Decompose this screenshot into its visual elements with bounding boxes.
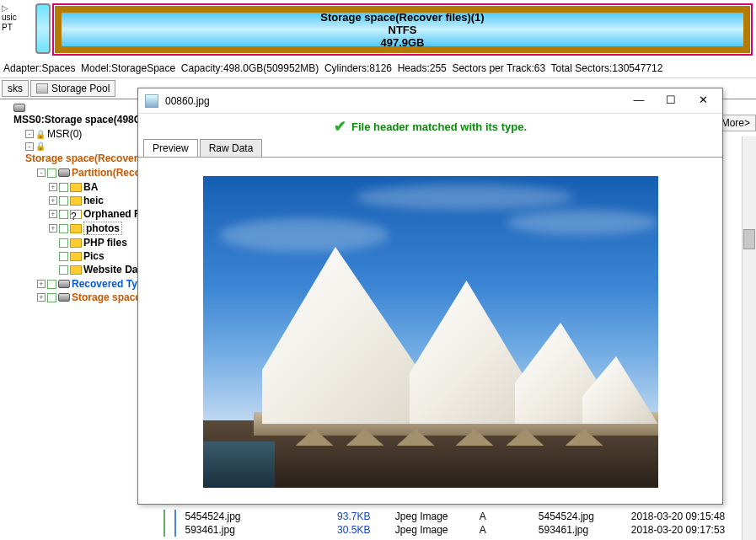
tree-storage-re[interactable]: +Storage space(Re bbox=[37, 291, 139, 304]
tree-root-label: MSS0:Storage space(498G bbox=[13, 114, 139, 126]
disk-fs: NTFS bbox=[389, 24, 417, 36]
image-file-icon bbox=[174, 510, 176, 523]
tab-storage-pool[interactable]: Storage Pool bbox=[30, 80, 115, 97]
partition-icon bbox=[58, 168, 70, 177]
image-file-icon bbox=[174, 523, 176, 537]
lock-icon: 🔒 bbox=[35, 142, 46, 151]
checkbox[interactable] bbox=[164, 523, 165, 537]
chevron-right-icon: ▷ bbox=[2, 3, 32, 13]
preview-tabs: Preview Raw Data bbox=[138, 139, 722, 158]
tree-website[interactable]: Website Data bbox=[49, 263, 139, 276]
expand-icon[interactable]: - bbox=[37, 168, 46, 177]
close-button[interactable]: ✕ bbox=[690, 92, 716, 110]
directory-tree[interactable]: MSS0:Storage space(498G -🔒MSR(0) -🔒Stora… bbox=[0, 99, 139, 540]
storage-pool-icon bbox=[36, 83, 48, 94]
preview-window: 00860.jpg — ☐ ✕ ✔ File header matched wi… bbox=[137, 88, 723, 505]
tree-partition[interactable]: -Partition(Recogn +BA +heic +?Orphaned F… bbox=[37, 166, 139, 277]
partition-icon bbox=[58, 293, 70, 302]
left-info-strip: ▷ usic PT bbox=[0, 0, 34, 59]
leftover-text-1: usic bbox=[2, 13, 32, 23]
vertical-scrollbar[interactable] bbox=[742, 136, 756, 540]
file-row[interactable]: 5454524.jpg 93.7KB Jpeg Image A 5454524.… bbox=[160, 510, 756, 523]
checkmark-icon: ✔ bbox=[334, 117, 346, 136]
tree-recovered-types[interactable]: +Recovered Types bbox=[37, 277, 139, 291]
tree-photos-label: photos bbox=[83, 222, 122, 235]
disk-size: 497.9GB bbox=[380, 36, 424, 49]
tree-msr[interactable]: -🔒MSR(0) bbox=[25, 127, 139, 141]
checkbox[interactable] bbox=[164, 510, 165, 523]
checkbox[interactable] bbox=[47, 168, 56, 178]
preview-image bbox=[203, 176, 658, 488]
image-preview-area bbox=[138, 158, 722, 504]
file-icon bbox=[145, 94, 158, 108]
tree-ba[interactable]: +BA bbox=[49, 180, 139, 194]
status-message: File header matched with its type. bbox=[351, 120, 527, 133]
file-list[interactable]: 5454524.jpg 93.7KB Jpeg Image A 5454524.… bbox=[160, 510, 756, 540]
file-row[interactable]: 593461.jpg 30.5KB Jpeg Image A 593461.jp… bbox=[160, 523, 756, 537]
tree-pics[interactable]: Pics bbox=[49, 249, 139, 263]
file-status-bar: ✔ File header matched with its type. bbox=[138, 114, 722, 139]
tree-php[interactable]: PHP files bbox=[49, 236, 139, 249]
window-titlebar[interactable]: 00860.jpg — ☐ ✕ bbox=[138, 88, 722, 114]
tab-disks[interactable]: sks bbox=[2, 80, 29, 97]
window-title: 00860.jpg bbox=[165, 95, 210, 107]
maximize-button[interactable]: ☐ bbox=[658, 92, 684, 110]
volume-gauge bbox=[35, 3, 51, 54]
folder-icon bbox=[70, 183, 82, 192]
tab-raw-data[interactable]: Raw Data bbox=[200, 139, 263, 157]
leftover-text-2: PT bbox=[2, 23, 32, 33]
disk-icon bbox=[13, 104, 25, 112]
scrollbar-thumb[interactable] bbox=[743, 229, 755, 249]
tree-heic[interactable]: +heic bbox=[49, 194, 139, 207]
folder-icon bbox=[70, 265, 82, 275]
tree-root[interactable]: MSS0:Storage space(498G -🔒MSR(0) -🔒Stora… bbox=[13, 103, 137, 306]
folder-icon bbox=[70, 196, 82, 206]
disk-title: Storage space(Recover files)(1) bbox=[320, 11, 484, 24]
folder-icon bbox=[70, 238, 82, 248]
disk-info-bar: Adapter:Spaces Model:StorageSpace Capaci… bbox=[0, 59, 756, 78]
folder-icon bbox=[70, 252, 82, 261]
tree-photos[interactable]: +photos bbox=[49, 221, 139, 236]
partition-icon bbox=[58, 280, 70, 288]
disk-partition-block[interactable]: Storage space(Recover files)(1) NTFS 497… bbox=[52, 3, 753, 56]
expand-icon[interactable]: - bbox=[25, 130, 34, 138]
tab-preview[interactable]: Preview bbox=[143, 139, 198, 157]
tree-storage-recover[interactable]: -🔒Storage space(Recover -Partition(Recog… bbox=[25, 141, 139, 305]
unknown-folder-icon: ? bbox=[70, 210, 82, 219]
expand-icon[interactable]: - bbox=[25, 142, 34, 151]
lock-icon: 🔒 bbox=[35, 130, 46, 139]
folder-icon bbox=[70, 224, 82, 233]
tree-orphaned[interactable]: +?Orphaned File bbox=[49, 207, 139, 221]
minimize-button[interactable]: — bbox=[626, 92, 651, 110]
